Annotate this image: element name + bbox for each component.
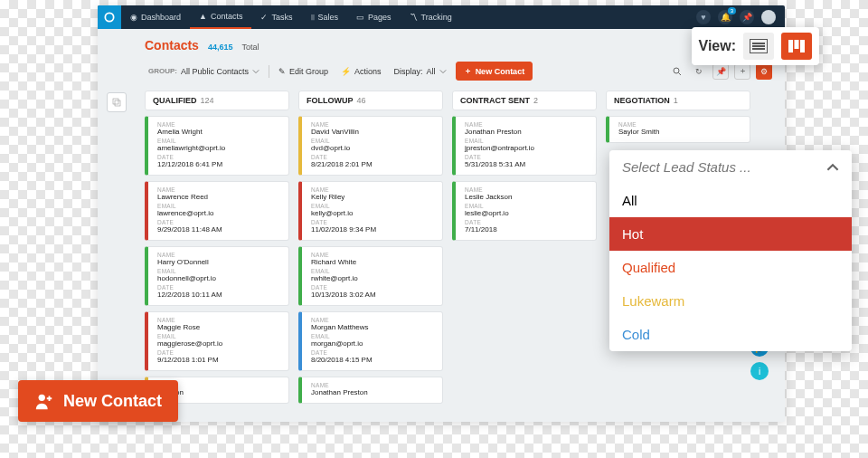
list-icon [750, 39, 768, 53]
field-label-email: EMAIL [311, 203, 436, 209]
lead-status-option-all[interactable]: All [609, 184, 852, 217]
nav-dashboard[interactable]: ◉ Dashboard [121, 5, 190, 29]
contact-name: Jonathan Preston [465, 128, 590, 136]
divider [269, 65, 269, 78]
contact-card[interactable]: NAMEJonathan Preston [298, 377, 443, 404]
new-contact-label: New Contact [476, 67, 525, 76]
contact-date: 8/20/2018 4:15 PM [311, 356, 436, 364]
nav-contacts[interactable]: ▲ Contacts [190, 5, 251, 29]
svg-point-0 [105, 13, 113, 21]
contact-card[interactable]: NAMEHarry O'DonnellEMAILhodonnell@oprt.i… [145, 246, 289, 306]
heart-icon[interactable]: ♥ [696, 10, 711, 24]
pin-icon[interactable]: 📌 [740, 10, 754, 24]
column-header[interactable]: FOLLOWUP46 [298, 91, 443, 110]
svg-rect-3 [115, 100, 120, 106]
contact-email: kelly@oprt.io [311, 209, 436, 217]
contact-date: 8/21/2018 2:01 PM [311, 160, 436, 168]
user-plus-icon: ＋ [464, 65, 472, 77]
refresh-button[interactable]: ↻ [691, 63, 707, 80]
bell-icon[interactable]: 🔔3 [718, 10, 732, 24]
contact-name: Harry O'Donnell [157, 258, 282, 266]
pin-button[interactable]: 📌 [712, 63, 729, 80]
nav-sales[interactable]: ⫴ Sales [302, 5, 348, 29]
field-label-email: EMAIL [157, 333, 282, 339]
column-header[interactable]: CONTRACT SENT2 [452, 91, 597, 110]
contact-date: 9/29/2018 11:48 AM [157, 225, 282, 234]
contact-card[interactable]: NAMEDavid VanVillinEMAILdvd@oprt.ioDATE8… [298, 116, 443, 176]
card-list: NAMEAmelia WrightEMAILameliawright@oprt.… [145, 116, 289, 404]
contact-card[interactable]: NAMELawrence ReedEMAILlawrence@oprt.ioDA… [145, 181, 289, 241]
contact-name: Amelia Wright [157, 128, 282, 136]
field-label-date: DATE [465, 219, 590, 225]
view-kanban-button[interactable] [781, 33, 812, 60]
field-label-date: DATE [311, 219, 436, 225]
display-value: All [427, 67, 436, 76]
card-list: NAMESaylor Smith [606, 116, 750, 143]
field-label-email: EMAIL [465, 138, 590, 144]
field-label-email: EMAIL [465, 203, 590, 209]
contact-card[interactable]: NAMERichard WhiteEMAILrwhite@oprt.ioDATE… [298, 246, 443, 306]
field-label-email: EMAIL [157, 138, 282, 144]
field-label-email: EMAIL [157, 203, 282, 209]
copy-icon [111, 97, 122, 108]
lead-status-header[interactable]: Select Lead Status ... [609, 150, 852, 184]
collapse-rail-button[interactable] [107, 92, 127, 112]
primary-nav: ◉ Dashboard ▲ Contacts ✓ Tasks ⫴ Sales ▭… [121, 5, 461, 29]
group-value: All Public Contacts [181, 67, 249, 76]
settings-button[interactable]: ⚙ [756, 63, 772, 80]
field-label-date: DATE [157, 349, 282, 356]
column-count: 1 [674, 96, 678, 105]
new-contact-button[interactable]: ＋ New Contact [456, 62, 533, 81]
contact-name: Saylor Smith [618, 128, 743, 136]
contact-card[interactable]: NAMEKelly RileyEMAILkelly@oprt.ioDATE11/… [298, 181, 443, 241]
lead-status-option-cold[interactable]: Cold [609, 318, 852, 351]
field-label-email: EMAIL [311, 268, 436, 274]
column-header[interactable]: NEGOTIATION1 [606, 91, 750, 110]
lead-status-option-qualified[interactable]: Qualified [609, 251, 852, 284]
edit-group-button[interactable]: ✎ Edit Group [275, 65, 332, 78]
contact-email: lawrence@oprt.io [157, 209, 282, 217]
info-icon: i [759, 367, 760, 377]
contact-card[interactable]: NAMEMorgan MatthewsEMAILmorgan@oprt.ioDA… [298, 311, 443, 371]
contact-name: Richard White [311, 258, 436, 266]
field-label-name: NAME [311, 121, 436, 128]
contact-name: Lawrence Reed [157, 193, 282, 201]
nav-label: Tasks [271, 13, 292, 22]
display-filter[interactable]: Display: All [391, 65, 450, 78]
contact-card[interactable]: NAMEAmelia WrightEMAILameliawright@oprt.… [145, 116, 289, 176]
user-plus-icon [34, 391, 54, 411]
brand-logo[interactable] [98, 5, 121, 29]
nav-label: Dashboard [141, 13, 181, 22]
nav-label: Sales [318, 13, 339, 22]
add-button[interactable]: ＋ [734, 63, 750, 80]
field-label-name: NAME [465, 186, 590, 193]
field-label-date: DATE [157, 154, 282, 160]
notification-badge: 3 [728, 7, 736, 14]
column-count: 2 [533, 96, 538, 105]
view-list-button[interactable] [743, 33, 774, 60]
avatar[interactable] [761, 10, 776, 24]
info-fab[interactable]: i [750, 362, 769, 380]
actions-menu[interactable]: ⚡ Actions [337, 65, 385, 78]
contact-card[interactable]: NAMELeslie JacksonEMAILleslie@oprt.ioDAT… [452, 181, 597, 241]
group-selector[interactable]: GROUP: All Public Contacts [145, 65, 263, 78]
column-count: 124 [201, 96, 214, 105]
nav-tracking[interactable]: 〽 Tracking [401, 5, 461, 29]
contact-card[interactable]: NAMEMaggie RoseEMAILmaggierose@oprt.ioDA… [145, 311, 289, 371]
contact-card[interactable]: NAMESaylor Smith [606, 116, 750, 143]
lead-status-option-lukewarm[interactable]: Lukewarm [609, 284, 852, 318]
card-list: NAMEJonathan PrestonEMAILjpreston@ontrap… [452, 116, 597, 241]
nav-tasks[interactable]: ✓ Tasks [251, 5, 301, 29]
search-button[interactable] [669, 63, 685, 80]
top-nav-bar: ◉ Dashboard ▲ Contacts ✓ Tasks ⫴ Sales ▭… [98, 5, 785, 29]
contact-date: 12/2/2018 10:11 AM [157, 291, 282, 299]
plus-icon: ＋ [739, 65, 747, 77]
nav-pages[interactable]: ▭ Pages [347, 5, 401, 29]
chart-icon: 〽 [410, 13, 418, 22]
contact-card[interactable]: NAMEJonathan PrestonEMAILjpreston@ontrap… [452, 116, 597, 176]
field-label-date: DATE [311, 154, 436, 160]
lead-status-option-hot[interactable]: Hot [609, 217, 852, 251]
contact-name: David VanVillin [311, 128, 436, 136]
new-contact-cta-overlay[interactable]: New Contact [18, 380, 178, 422]
column-header[interactable]: QUALIFIED124 [145, 91, 289, 110]
